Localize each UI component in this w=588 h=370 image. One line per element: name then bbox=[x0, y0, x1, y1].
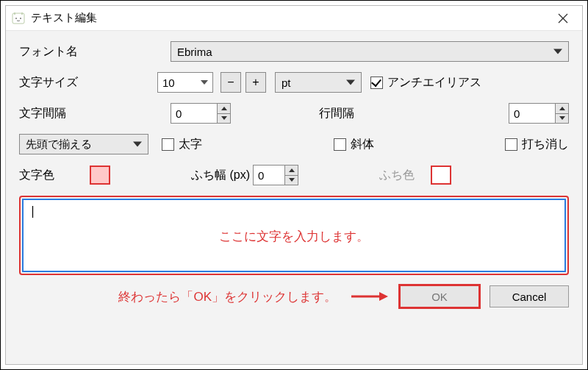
alignment-select[interactable]: 先頭で揃える bbox=[19, 134, 148, 154]
font-select[interactable]: Ebrima bbox=[171, 41, 569, 62]
style-row: 先頭で揃える 太字 斜体 打ち消し bbox=[19, 134, 569, 154]
titlebar: テキスト編集 bbox=[6, 6, 582, 31]
spinner-up-icon[interactable] bbox=[217, 104, 230, 114]
outline-width-value: 0 bbox=[258, 169, 264, 182]
svg-point-2 bbox=[20, 18, 21, 19]
bold-group: 太字 bbox=[162, 137, 202, 152]
dialog-content: フォント名 Ebrima 文字サイズ 10 − + pt bbox=[6, 31, 582, 364]
font-size-value: 10 bbox=[162, 77, 175, 89]
antialias-group: アンチエイリアス bbox=[370, 75, 481, 90]
font-select-value: Ebrima bbox=[177, 46, 212, 58]
text-input-hint: ここに文字を入力します。 bbox=[29, 228, 559, 245]
char-spacing-spinner[interactable]: 0 bbox=[171, 103, 231, 124]
font-size-combo[interactable]: 10 bbox=[157, 72, 213, 93]
char-spacing-value: 0 bbox=[176, 107, 182, 120]
text-input-content: | bbox=[29, 204, 559, 218]
bold-checkbox[interactable] bbox=[162, 138, 174, 151]
ok-hint-text: 終わったら「OK」をクリックします。 bbox=[118, 288, 337, 305]
ok-button-label: OK bbox=[431, 291, 448, 303]
size-minus-button[interactable]: − bbox=[220, 72, 241, 93]
app-icon bbox=[12, 12, 25, 25]
outline-width-label: ふち幅 (px) bbox=[191, 168, 250, 183]
dropdown-icon bbox=[553, 49, 562, 54]
chevron-down-icon bbox=[201, 80, 208, 85]
spinner-down-icon[interactable] bbox=[284, 176, 298, 185]
line-spacing-value: 0 bbox=[514, 107, 520, 120]
size-row: 文字サイズ 10 − + pt アンチエイリアス bbox=[19, 72, 569, 93]
font-name-label: フォント名 bbox=[19, 44, 84, 60]
close-icon bbox=[558, 13, 568, 24]
cancel-button[interactable]: Cancel bbox=[490, 285, 569, 307]
outline-color-label: ふち色 bbox=[379, 168, 415, 183]
text-color-swatch[interactable] bbox=[90, 166, 110, 185]
cancel-button-label: Cancel bbox=[512, 291, 547, 303]
window-title: テキスト編集 bbox=[31, 11, 97, 25]
italic-label: 斜体 bbox=[351, 137, 374, 152]
font-size-label: 文字サイズ bbox=[19, 75, 84, 90]
strike-label: 打ち消し bbox=[522, 137, 569, 152]
svg-rect-0 bbox=[12, 13, 24, 24]
italic-checkbox[interactable] bbox=[334, 138, 346, 151]
char-spacing-label: 文字間隔 bbox=[19, 106, 84, 121]
outline-color-swatch[interactable] bbox=[431, 166, 451, 185]
strike-group: 打ち消し bbox=[505, 137, 569, 152]
close-button[interactable] bbox=[547, 7, 579, 29]
size-plus-button[interactable]: + bbox=[245, 72, 266, 93]
italic-group: 斜体 bbox=[334, 137, 374, 152]
bold-label: 太字 bbox=[179, 137, 202, 152]
unit-select[interactable]: pt bbox=[275, 72, 362, 93]
outline-width-spinner[interactable]: 0 bbox=[253, 165, 298, 185]
unit-value: pt bbox=[282, 77, 291, 89]
dialog-window: テキスト編集 フォント名 Ebrima 文字サイズ 10 bbox=[5, 5, 583, 365]
plus-icon: + bbox=[252, 76, 259, 89]
line-spacing-spinner[interactable]: 0 bbox=[509, 103, 569, 124]
spinner-down-icon[interactable] bbox=[555, 114, 568, 124]
text-input[interactable]: | ここに文字を入力します。 bbox=[22, 199, 566, 272]
alignment-value: 先頭で揃える bbox=[26, 138, 92, 152]
spacing-row: 文字間隔 0 行間隔 0 bbox=[19, 103, 569, 124]
svg-marker-4 bbox=[379, 292, 388, 301]
spinner-down-icon[interactable] bbox=[217, 114, 230, 124]
strike-checkbox[interactable] bbox=[505, 138, 517, 151]
button-row: 終わったら「OK」をクリックします。 OK Cancel bbox=[19, 285, 569, 307]
text-input-highlight: | ここに文字を入力します。 bbox=[19, 196, 569, 275]
line-spacing-label: 行間隔 bbox=[319, 106, 369, 121]
dropdown-icon bbox=[133, 142, 142, 147]
font-row: フォント名 Ebrima bbox=[19, 41, 569, 62]
antialias-checkbox[interactable] bbox=[370, 77, 383, 89]
minus-icon: − bbox=[227, 76, 234, 89]
dropdown-icon bbox=[346, 80, 355, 85]
svg-point-1 bbox=[15, 18, 17, 19]
antialias-label: アンチエイリアス bbox=[387, 75, 481, 90]
text-color-label: 文字色 bbox=[19, 168, 75, 183]
spinner-up-icon[interactable] bbox=[555, 104, 568, 114]
ok-button[interactable]: OK bbox=[400, 285, 479, 307]
arrow-right-icon bbox=[351, 291, 388, 302]
color-row: 文字色 ふち幅 (px) 0 ふち色 bbox=[19, 165, 569, 185]
spinner-up-icon[interactable] bbox=[284, 166, 298, 176]
